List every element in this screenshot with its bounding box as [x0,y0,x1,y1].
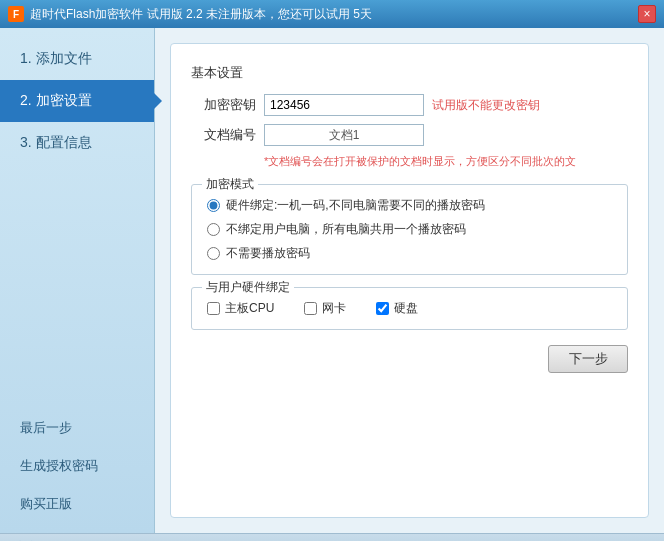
close-button[interactable]: × [638,5,656,23]
sidebar: 1. 添加文件 2. 加密设置 3. 配置信息 最后一步 生成授权密码 购买正版 [0,28,155,533]
sidebar-item-gen-auth[interactable]: 生成授权密码 [0,447,154,485]
password-row: 加密密钥 试用版不能更改密钥 [191,94,628,116]
doc-input[interactable] [264,124,424,146]
doc-row: 文档编号 [191,124,628,146]
doc-hint: *文档编号会在打开被保护的文档时显示，方便区分不同批次的文 [264,154,628,169]
password-label: 加密密钥 [191,96,256,114]
hardware-hdd-label: 硬盘 [394,300,418,317]
button-row: 下一步 [191,345,628,373]
hardware-cpu-checkbox[interactable] [207,302,220,315]
encrypt-mode-row-2: 不需要播放密码 [207,245,612,262]
encrypt-mode-row-0: 硬件绑定:一机一码,不同电脑需要不同的播放密码 [207,197,612,214]
app-icon: F [8,6,24,22]
password-input[interactable] [264,94,424,116]
encrypt-mode-label-0: 硬件绑定:一机一码,不同电脑需要不同的播放密码 [226,197,485,214]
encrypt-mode-box: 加密模式 硬件绑定:一机一码,不同电脑需要不同的播放密码 不绑定用户电脑，所有电… [191,184,628,275]
sidebar-item-config-info[interactable]: 3. 配置信息 [0,122,154,164]
hardware-nic-label: 网卡 [322,300,346,317]
hardware-hdd-checkbox[interactable] [376,302,389,315]
basic-settings-title: 基本设置 [191,64,628,82]
hardware-options-row: 主板CPU 网卡 硬盘 [207,300,612,317]
hardware-nic-row: 网卡 [304,300,346,317]
main-card: 基本设置 加密密钥 试用版不能更改密钥 文档编号 *文档编号会在打开被保护的文档… [170,43,649,518]
next-button[interactable]: 下一步 [548,345,628,373]
sidebar-item-last-step[interactable]: 最后一步 [0,409,154,447]
encrypt-mode-radio-1[interactable] [207,223,220,236]
hardware-hdd-row: 硬盘 [376,300,418,317]
hardware-cpu-row: 主板CPU [207,300,274,317]
footer: 官方网站 使用教程 深圳市超时代软件版权所有(c) 20 [0,533,664,541]
hardware-nic-checkbox[interactable] [304,302,317,315]
doc-label: 文档编号 [191,126,256,144]
sidebar-item-add-file[interactable]: 1. 添加文件 [0,38,154,80]
encrypt-mode-radio-0[interactable] [207,199,220,212]
main-container: 1. 添加文件 2. 加密设置 3. 配置信息 最后一步 生成授权密码 购买正版… [0,28,664,533]
encrypt-mode-label-2: 不需要播放密码 [226,245,310,262]
hardware-box: 与用户硬件绑定 主板CPU 网卡 硬盘 [191,287,628,330]
title-bar: F 超时代Flash加密软件 试用版 2.2 未注册版本，您还可以试用 5天 × [0,0,664,28]
title-bar-text: 超时代Flash加密软件 试用版 2.2 未注册版本，您还可以试用 5天 [30,6,372,23]
encrypt-mode-radio-2[interactable] [207,247,220,260]
sidebar-item-encrypt-settings[interactable]: 2. 加密设置 [0,80,154,122]
content-area: 基本设置 加密密钥 试用版不能更改密钥 文档编号 *文档编号会在打开被保护的文档… [155,28,664,533]
hardware-title: 与用户硬件绑定 [202,279,294,296]
hardware-cpu-label: 主板CPU [225,300,274,317]
trial-note: 试用版不能更改密钥 [432,97,540,114]
encrypt-mode-row-1: 不绑定用户电脑，所有电脑共用一个播放密码 [207,221,612,238]
encrypt-mode-label-1: 不绑定用户电脑，所有电脑共用一个播放密码 [226,221,466,238]
sidebar-item-buy[interactable]: 购买正版 [0,485,154,523]
title-bar-left: F 超时代Flash加密软件 试用版 2.2 未注册版本，您还可以试用 5天 [8,6,372,23]
encrypt-mode-title: 加密模式 [202,176,258,193]
basic-settings: 基本设置 加密密钥 试用版不能更改密钥 文档编号 *文档编号会在打开被保护的文档… [191,64,628,169]
